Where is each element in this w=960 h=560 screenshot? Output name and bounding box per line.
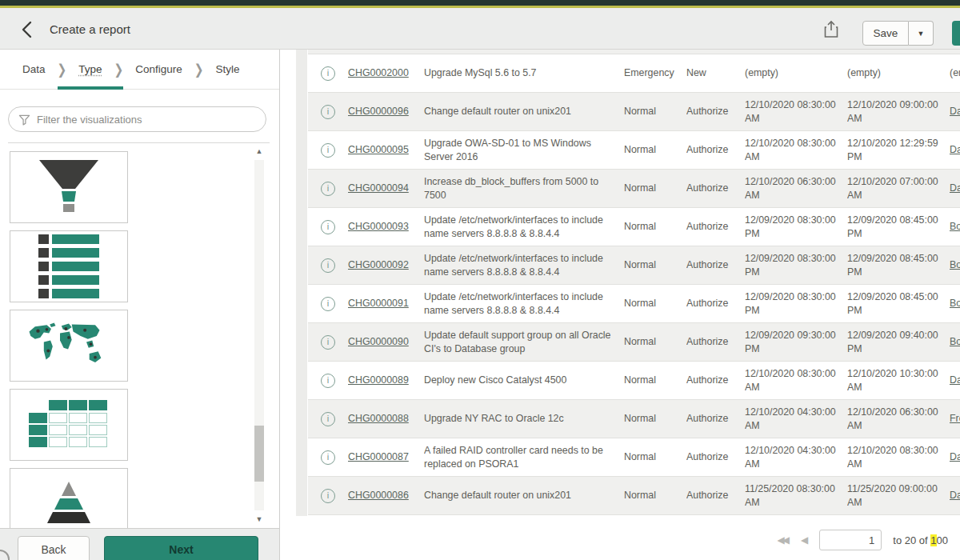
short-description-cell: Update default support group on all Orac… — [424, 329, 624, 355]
change-number-link[interactable]: CHG0000088 — [348, 413, 409, 424]
viz-thumbnail-list[interactable] — [10, 230, 128, 302]
short-description-cell: Increase db_block_buffers from 5000 to 7… — [424, 175, 624, 202]
end-date-cell: 12/10/2020 10:30:00 AM — [847, 367, 950, 394]
page-number-input[interactable] — [819, 530, 882, 550]
person-link[interactable]: Fre — [950, 413, 960, 424]
table-row[interactable]: i CHG0000095 Upgrade OWA-SD-01 to MS Win… — [308, 131, 960, 170]
info-icon[interactable]: i — [321, 412, 335, 426]
tab-type[interactable]: Type — [78, 50, 102, 90]
back-button[interactable]: Back — [18, 536, 90, 560]
back-arrow-icon[interactable] — [18, 19, 38, 40]
change-number-link[interactable]: CHG0000086 — [348, 490, 409, 501]
change-number-link[interactable]: CHG0000093 — [348, 221, 409, 232]
info-icon[interactable]: i — [321, 220, 335, 234]
change-number-link[interactable]: CHG0000087 — [348, 451, 409, 462]
table-row[interactable]: i CHG0000087 A failed RAID controller ca… — [308, 438, 960, 477]
table-row[interactable]: i CHG0000090 Update default support grou… — [308, 323, 960, 362]
state-cell: Authorize — [686, 374, 745, 386]
table-row[interactable]: i CHG0000089 Deploy new Cisco Catalyst 4… — [308, 362, 960, 400]
info-icon[interactable]: i — [321, 374, 335, 388]
info-icon[interactable]: i — [321, 450, 335, 465]
end-date-cell: 12/10/2020 09:00:00 AM — [847, 98, 950, 125]
table-row[interactable]: i CHG0000086 Change default router on un… — [308, 477, 960, 515]
info-icon[interactable]: i — [321, 105, 335, 119]
state-cell: Authorize — [686, 335, 745, 348]
person-link[interactable]: Bow — [950, 298, 960, 309]
table-row[interactable]: i CHG0000091 Update /etc/network/interfa… — [308, 285, 960, 323]
viz-thumbnail-pyramid[interactable] — [10, 468, 128, 528]
scroll-up-icon[interactable]: ▲ — [252, 147, 266, 155]
world-map-icon — [25, 319, 113, 372]
change-number-link[interactable]: CHG0000090 — [348, 336, 409, 347]
info-icon[interactable]: i — [321, 297, 335, 311]
info-icon[interactable]: i — [321, 143, 335, 158]
filter-visualizations-input[interactable] — [37, 114, 266, 126]
priority-cell: Normal — [624, 258, 686, 271]
visualization-list: ▲ ▼ — [0, 144, 279, 528]
start-date-cell: 12/10/2020 08:30:00 AM — [745, 137, 847, 163]
page-title: Create a report — [50, 22, 130, 36]
previous-page-icon[interactable]: ◀ — [801, 534, 808, 546]
primary-action-button-clipped[interactable] — [952, 21, 960, 46]
change-number-link[interactable]: CHG0000091 — [348, 298, 409, 309]
person-link[interactable]: Dav — [950, 374, 960, 386]
pagination-bar: ◀◀ ◀ to 20 of 100 — [778, 528, 948, 552]
info-icon[interactable]: i — [321, 489, 335, 503]
person-link[interactable]: (empty) — [950, 67, 960, 78]
scroll-down-icon[interactable]: ▼ — [252, 515, 266, 523]
person-link[interactable]: Dav — [950, 182, 960, 194]
start-date-cell: 11/25/2020 08:30:00 AM — [745, 482, 847, 509]
person-link[interactable]: Bow — [950, 336, 960, 347]
table-row[interactable]: i CHG0000092 Update /etc/network/interfa… — [308, 246, 960, 285]
person-link[interactable]: Dav — [950, 490, 960, 501]
end-date-cell: 12/09/2020 08:45:00 PM — [847, 214, 950, 240]
table-row[interactable]: i CHG0000088 Upgrade NY RAC to Oracle 12… — [308, 400, 960, 438]
table-row[interactable]: i CHG0000096 Change default router on un… — [308, 93, 960, 131]
info-icon[interactable]: i — [321, 335, 335, 350]
change-number-link[interactable]: CHG0002000 — [348, 67, 409, 78]
viz-thumbnail-heatmap[interactable] — [10, 389, 128, 461]
end-date-cell: 12/10/2020 07:00:00 AM — [847, 175, 950, 202]
first-page-icon[interactable]: ◀◀ — [778, 534, 790, 546]
state-cell: Authorize — [686, 143, 745, 156]
scrollbar-thumb[interactable] — [254, 426, 264, 482]
panel-scrollbar[interactable]: ▲ ▼ — [252, 147, 266, 523]
person-link[interactable]: Bow — [950, 259, 960, 270]
info-icon[interactable]: i — [321, 258, 335, 273]
share-icon[interactable] — [822, 20, 840, 39]
tab-data[interactable]: Data — [22, 50, 46, 90]
change-number-link[interactable]: CHG0000089 — [348, 374, 409, 386]
short-description-cell: Upgrade NY RAC to Oracle 12c — [424, 412, 624, 425]
person-link[interactable]: Dav — [950, 144, 960, 155]
save-button[interactable]: Save — [862, 21, 909, 46]
state-cell: Authorize — [686, 412, 745, 425]
table-row[interactable]: i CHG0000093 Update /etc/network/interfa… — [308, 208, 960, 246]
tab-configure[interactable]: Configure — [135, 50, 182, 90]
end-date-cell: 12/09/2020 09:40:00 PM — [847, 329, 950, 355]
change-number-link[interactable]: CHG0000096 — [348, 106, 409, 117]
change-number-link[interactable]: CHG0000095 — [348, 144, 409, 155]
chevron-down-icon: ▼ — [918, 30, 925, 38]
viz-thumbnail-world-map[interactable] — [10, 310, 128, 382]
info-icon[interactable]: i — [321, 66, 335, 81]
priority-cell: Emergency — [624, 66, 686, 79]
table-row[interactable]: i CHG0002000 Upgrade MySql 5.6 to 5.7 Em… — [308, 54, 960, 93]
save-dropdown-button[interactable]: ▼ — [909, 21, 934, 46]
change-number-link[interactable]: CHG0000092 — [348, 259, 409, 270]
person-link[interactable]: Bow — [950, 221, 960, 232]
state-cell: Authorize — [686, 220, 745, 233]
table-row[interactable]: i CHG0000094 Increase db_block_buffers f… — [308, 170, 960, 208]
viz-thumbnail-funnel[interactable] — [10, 151, 128, 223]
start-date-cell: 12/09/2020 08:30:00 PM — [745, 290, 847, 317]
help-icon-partial[interactable] — [0, 550, 10, 560]
person-link[interactable]: Dav — [950, 106, 960, 117]
person-link[interactable]: Dav — [950, 451, 960, 462]
priority-cell: Normal — [624, 143, 686, 156]
end-date-cell: 12/10/2020 06:30:00 AM — [847, 406, 950, 432]
info-icon[interactable]: i — [321, 182, 335, 196]
change-number-link[interactable]: CHG0000094 — [348, 182, 409, 194]
tab-style[interactable]: Style — [216, 50, 240, 90]
funnel-chart-icon — [29, 155, 109, 219]
table-left-gutter[interactable] — [296, 50, 307, 516]
next-button[interactable]: Next — [104, 536, 258, 560]
